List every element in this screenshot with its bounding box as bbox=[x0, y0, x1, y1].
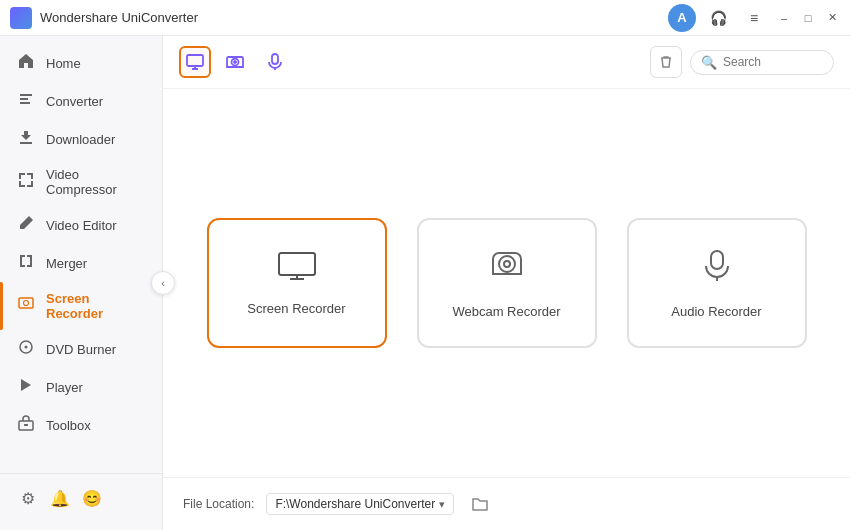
title-bar: Wondershare UniConverter A 🎧 ≡ – □ ✕ bbox=[0, 0, 850, 36]
open-folder-button[interactable] bbox=[466, 490, 494, 518]
player-icon bbox=[16, 377, 36, 397]
file-path-value: F:\Wondershare UniConverter bbox=[275, 497, 435, 511]
compress-icon bbox=[16, 172, 36, 192]
audio-recorder-card-label: Audio Recorder bbox=[671, 304, 761, 319]
toolbar: 🔍 bbox=[163, 36, 850, 89]
tab-screen-record[interactable] bbox=[179, 46, 211, 78]
trash-button[interactable] bbox=[650, 46, 682, 78]
menu-icon[interactable]: ≡ bbox=[740, 4, 768, 32]
audio-recorder-card-icon bbox=[699, 248, 735, 292]
svg-rect-6 bbox=[187, 55, 203, 66]
sidebar-item-video-editor[interactable]: Video Editor bbox=[0, 206, 162, 244]
content-area: ‹ bbox=[163, 36, 850, 530]
svg-point-11 bbox=[499, 256, 515, 272]
file-path-select[interactable]: F:\Wondershare UniConverter ▾ bbox=[266, 493, 454, 515]
screen-recorder-card[interactable]: Screen Recorder bbox=[207, 218, 387, 348]
screen-recorder-card-icon bbox=[277, 251, 317, 289]
screen-recorder-icon bbox=[16, 296, 36, 316]
sidebar: Home Converter Downloader Video Compress… bbox=[0, 36, 163, 530]
svg-rect-9 bbox=[272, 54, 278, 64]
svg-point-12 bbox=[504, 261, 510, 267]
headset-icon[interactable]: 🎧 bbox=[704, 4, 732, 32]
converter-icon bbox=[16, 91, 36, 111]
close-button[interactable]: ✕ bbox=[824, 10, 840, 26]
sidebar-item-video-compressor[interactable]: Video Compressor bbox=[0, 158, 162, 206]
collapse-sidebar-button[interactable]: ‹ bbox=[151, 271, 175, 295]
app-logo bbox=[10, 7, 32, 29]
sidebar-item-downloader[interactable]: Downloader bbox=[0, 120, 162, 158]
webcam-recorder-card-label: Webcam Recorder bbox=[452, 304, 560, 319]
main-layout: Home Converter Downloader Video Compress… bbox=[0, 36, 850, 530]
svg-point-7 bbox=[232, 59, 239, 66]
sidebar-label-player: Player bbox=[46, 380, 83, 395]
tab-audio-record[interactable] bbox=[259, 46, 291, 78]
sidebar-label-screen-recorder: Screen Recorder bbox=[46, 291, 146, 321]
app-name: Wondershare UniConverter bbox=[40, 10, 668, 25]
audio-recorder-card[interactable]: Audio Recorder bbox=[627, 218, 807, 348]
sidebar-item-home[interactable]: Home bbox=[0, 44, 162, 82]
svg-rect-10 bbox=[279, 253, 315, 275]
title-bar-controls: A 🎧 ≡ – □ ✕ bbox=[668, 4, 840, 32]
sidebar-item-dvd-burner[interactable]: DVD Burner bbox=[0, 330, 162, 368]
sidebar-item-converter[interactable]: Converter bbox=[0, 82, 162, 120]
sidebar-label-dvd-burner: DVD Burner bbox=[46, 342, 116, 357]
svg-rect-13 bbox=[711, 251, 723, 269]
toolbox-icon bbox=[16, 415, 36, 435]
sidebar-label-video-compressor: Video Compressor bbox=[46, 167, 146, 197]
help-icon[interactable]: 😊 bbox=[78, 484, 106, 512]
sidebar-label-downloader: Downloader bbox=[46, 132, 115, 147]
settings-icon[interactable]: ⚙ bbox=[14, 484, 42, 512]
sidebar-label-toolbox: Toolbox bbox=[46, 418, 91, 433]
home-icon bbox=[16, 53, 36, 73]
cards-area: Screen Recorder Webcam Recorder bbox=[163, 89, 850, 477]
sidebar-item-merger[interactable]: Merger bbox=[0, 244, 162, 282]
svg-point-1 bbox=[24, 301, 29, 306]
svg-rect-5 bbox=[24, 424, 28, 426]
sidebar-label-home: Home bbox=[46, 56, 81, 71]
bell-icon[interactable]: 🔔 bbox=[46, 484, 74, 512]
toolbar-right: 🔍 bbox=[650, 46, 834, 78]
downloader-icon bbox=[16, 129, 36, 149]
footer: File Location: F:\Wondershare UniConvert… bbox=[163, 477, 850, 530]
editor-icon bbox=[16, 215, 36, 235]
svg-point-8 bbox=[234, 61, 236, 63]
sidebar-label-merger: Merger bbox=[46, 256, 87, 271]
webcam-recorder-card[interactable]: Webcam Recorder bbox=[417, 218, 597, 348]
maximize-button[interactable]: □ bbox=[800, 10, 816, 26]
sidebar-label-converter: Converter bbox=[46, 94, 103, 109]
sidebar-item-screen-recorder[interactable]: Screen Recorder bbox=[0, 282, 162, 330]
dropdown-arrow-icon: ▾ bbox=[439, 498, 445, 511]
search-icon: 🔍 bbox=[701, 55, 717, 70]
webcam-recorder-card-icon bbox=[489, 248, 525, 292]
file-location-label: File Location: bbox=[183, 497, 254, 511]
screen-recorder-card-label: Screen Recorder bbox=[247, 301, 345, 316]
svg-rect-0 bbox=[19, 298, 33, 308]
sidebar-bottom: ⚙ 🔔 😊 bbox=[0, 473, 162, 522]
dvd-icon bbox=[16, 339, 36, 359]
sidebar-item-toolbox[interactable]: Toolbox bbox=[0, 406, 162, 444]
sidebar-label-video-editor: Video Editor bbox=[46, 218, 117, 233]
search-box: 🔍 bbox=[690, 50, 834, 75]
search-input[interactable] bbox=[723, 55, 823, 69]
minimize-button[interactable]: – bbox=[776, 10, 792, 26]
merger-icon bbox=[16, 253, 36, 273]
user-avatar[interactable]: A bbox=[668, 4, 696, 32]
svg-point-3 bbox=[25, 346, 28, 349]
tab-webcam-record[interactable] bbox=[219, 46, 251, 78]
sidebar-item-player[interactable]: Player bbox=[0, 368, 162, 406]
